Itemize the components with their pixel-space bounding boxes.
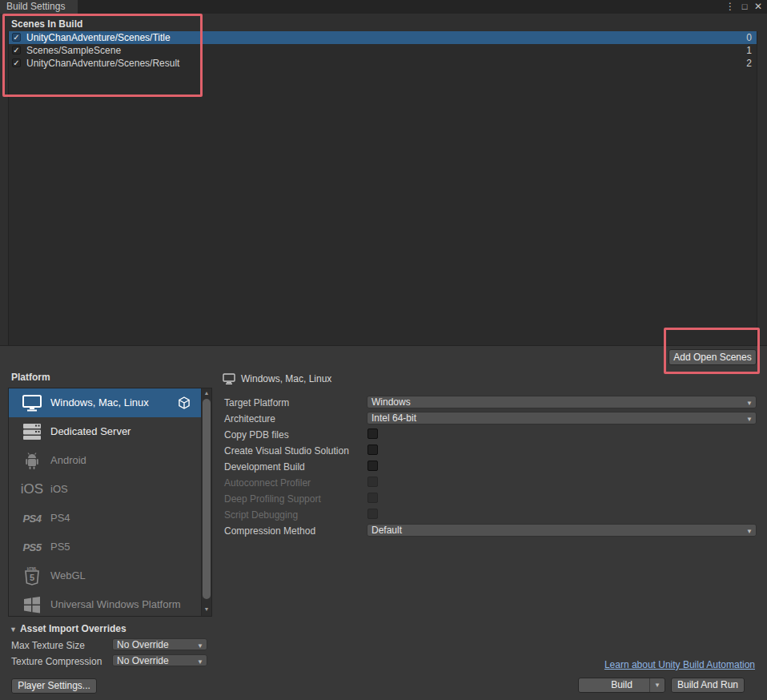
scene-checkbox[interactable]: ✓ [12, 33, 21, 42]
chevron-down-icon: ▼ [746, 398, 753, 409]
script-debugging-checkbox [367, 509, 378, 519]
build-button[interactable]: Build ▼ [578, 678, 665, 693]
deep-profiling-support-checkbox [367, 493, 378, 503]
scroll-down-icon[interactable]: ▼ [202, 605, 211, 614]
compression-method-dropdown[interactable]: Default ▼ [367, 524, 757, 537]
autoconnect-profiler-checkbox [367, 477, 378, 487]
build-dropdown-arrow-icon[interactable]: ▼ [649, 678, 665, 692]
build-settings-window: Build Settings ⋮ □ ✕ Scenes In Build ✓ U… [0, 0, 767, 700]
development-build-label: Development Build [224, 461, 365, 473]
html5-icon: HTML 5 [17, 561, 47, 590]
player-settings-button[interactable]: Player Settings... [11, 678, 97, 694]
scenes-in-build-header: Scenes In Build [11, 18, 82, 30]
texture-compression-label: Texture Compression [11, 656, 102, 668]
platform-item-label: Android [50, 446, 86, 475]
architecture-label: Architecture [224, 412, 365, 425]
svg-text:HTML: HTML [27, 567, 38, 571]
scene-path: UnityChanAdventure/Scenes/Title [26, 31, 171, 44]
platform-item-label: Universal Windows Platform [50, 590, 181, 617]
ps4-logo-text: PS4 [22, 513, 41, 525]
android-icon [17, 446, 47, 475]
scene-checkbox[interactable]: ✓ [12, 46, 21, 54]
target-platform-label: Target Platform [224, 396, 365, 409]
tab-build-settings[interactable]: Build Settings [0, 0, 78, 14]
platform-item-label: WebGL [50, 561, 86, 590]
asset-import-overrides-title: Asset Import Overrides [20, 623, 126, 634]
platform-header: Platform [11, 372, 50, 383]
platform-scrollbar[interactable]: ▲ ▼ [201, 388, 211, 616]
autoconnect-profiler-label: Autoconnect Profiler [224, 477, 365, 489]
server-icon [17, 417, 47, 446]
development-build-checkbox[interactable] [367, 461, 378, 471]
scene-index: 0 [746, 31, 752, 44]
copy-pdb-files-label: Copy PDB files [224, 428, 365, 441]
ps5-icon: PS5 [17, 533, 47, 561]
chevron-down-icon: ▼ [746, 414, 753, 425]
platform-item-windows-mac-linux[interactable]: Windows, Mac, Linux [9, 388, 211, 417]
monitor-icon [17, 388, 47, 417]
scene-row-title[interactable]: ✓ UnityChanAdventure/Scenes/Title 0 [9, 31, 757, 44]
build-and-run-button[interactable]: Build And Run [671, 678, 745, 693]
target-platform-value: Windows [371, 396, 411, 408]
platform-item-ps5[interactable]: PS5 PS5 [9, 533, 211, 561]
scene-row-result[interactable]: ✓ UnityChanAdventure/Scenes/Result 2 [9, 57, 757, 70]
architecture-dropdown[interactable]: Intel 64-bit ▼ [367, 412, 757, 424]
scene-row-samplescene[interactable]: ✓ Scenes/SampleScene 1 [9, 44, 757, 57]
add-open-scenes-button[interactable]: Add Open Scenes [669, 349, 757, 365]
max-texture-size-value: No Override [117, 639, 169, 650]
ios-icon: iOS [17, 475, 47, 504]
compression-method-label: Compression Method [224, 525, 365, 537]
scene-path: UnityChanAdventure/Scenes/Result [26, 57, 179, 70]
ios-logo-text: iOS [21, 481, 43, 497]
svg-text:5: 5 [30, 573, 34, 582]
platform-item-label: Dedicated Server [50, 417, 131, 446]
deep-profiling-support-label: Deep Profiling Support [224, 493, 365, 505]
foldout-triangle-icon[interactable]: ▼ [10, 626, 17, 634]
platform-item-label: Windows, Mac, Linux [50, 388, 149, 417]
texture-compression-dropdown[interactable]: No Override ▼ [112, 654, 207, 666]
scene-checkbox[interactable]: ✓ [12, 58, 21, 67]
chevron-down-icon: ▼ [197, 657, 203, 668]
monitor-icon [223, 373, 235, 384]
scene-index: 2 [746, 57, 752, 70]
window-menu-icon[interactable]: ⋮ [724, 0, 737, 14]
scene-list: ✓ UnityChanAdventure/Scenes/Title 0 ✓ Sc… [8, 31, 757, 345]
create-vs-solution-label: Create Visual Studio Solution [224, 445, 365, 457]
settings-panel-header: Windows, Mac, Linux [223, 373, 331, 384]
asset-import-overrides-header[interactable]: ▼Asset Import Overrides [10, 623, 126, 634]
settings-panel-title: Windows, Mac, Linux [241, 373, 331, 384]
scrollbar-thumb[interactable] [203, 399, 211, 599]
window-close-icon[interactable]: ✕ [752, 0, 765, 14]
scene-index: 1 [746, 44, 752, 57]
scenes-in-build-section: Scenes In Build ✓ UnityChanAdventure/Sce… [0, 14, 767, 346]
ps5-logo-text: PS5 [22, 541, 41, 553]
platform-item-label: PS4 [50, 504, 70, 533]
copy-pdb-files-checkbox[interactable] [367, 428, 378, 439]
target-platform-dropdown[interactable]: Windows ▼ [367, 396, 757, 408]
create-vs-solution-checkbox[interactable] [367, 445, 378, 455]
build-button-label: Build [588, 678, 657, 692]
platform-item-ps4[interactable]: PS4 PS4 [9, 504, 211, 533]
platform-item-android[interactable]: Android [9, 446, 211, 475]
ps4-icon: PS4 [17, 504, 47, 533]
chevron-down-icon: ▼ [197, 641, 203, 652]
platform-item-label: PS5 [50, 533, 70, 561]
platform-item-ios[interactable]: iOS iOS [9, 475, 211, 504]
platform-item-webgl[interactable]: HTML 5 WebGL [9, 561, 211, 590]
architecture-value: Intel 64-bit [371, 412, 416, 424]
platform-item-dedicated-server[interactable]: Dedicated Server [9, 417, 211, 446]
platform-list: Windows, Mac, Linux Dedicated Server [8, 388, 212, 617]
texture-compression-value: No Override [117, 655, 169, 666]
platform-item-uwp[interactable]: Universal Windows Platform [9, 590, 211, 617]
scroll-up-icon[interactable]: ▲ [202, 388, 211, 398]
unity-build-automation-link[interactable]: Learn about Unity Build Automation [604, 659, 755, 670]
compression-method-value: Default [371, 525, 402, 536]
max-texture-size-label: Max Texture Size [11, 640, 85, 652]
window-tab-bar: Build Settings ⋮ □ ✕ [0, 0, 767, 14]
scene-path: Scenes/SampleScene [26, 44, 121, 57]
max-texture-size-dropdown[interactable]: No Override ▼ [112, 638, 207, 650]
unity-logo-icon [178, 396, 191, 409]
chevron-down-icon: ▼ [746, 526, 753, 537]
windows-icon [17, 590, 47, 617]
window-maximize-icon[interactable]: □ [738, 0, 751, 14]
